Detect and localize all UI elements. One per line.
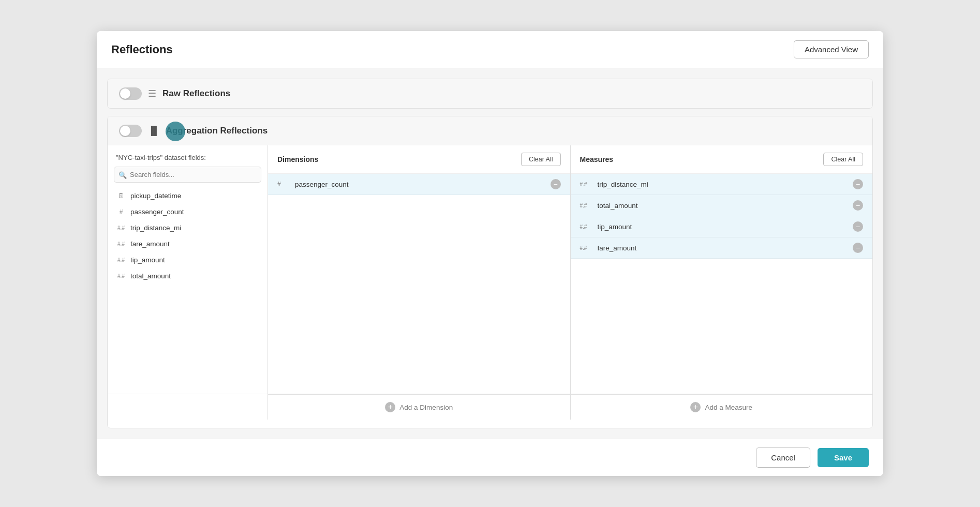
measure-item: #.# tip_amount − bbox=[571, 216, 873, 237]
field-name: pickup_datetime bbox=[130, 192, 181, 200]
cancel-button[interactable]: Cancel bbox=[756, 448, 810, 468]
list-item[interactable]: #.# trip_distance_mi bbox=[108, 220, 268, 236]
dimensions-label: Dimensions bbox=[277, 155, 318, 163]
aggregation-reflections-title: Aggregation Reflections bbox=[166, 126, 268, 136]
field-name: total_amount bbox=[130, 272, 171, 280]
add-measure-icon: + bbox=[690, 402, 701, 412]
raw-reflections-header: ☰ Raw Reflections bbox=[108, 79, 872, 108]
measure-hash-icon: #.# bbox=[580, 203, 592, 208]
fields-panel: "NYC-taxi-trips" dataset fields: 🔍 🗓 pic… bbox=[108, 145, 872, 394]
measure-name: tip_amount bbox=[598, 223, 848, 231]
dataset-add-spacer bbox=[108, 394, 268, 420]
add-measure-row[interactable]: + Add a Measure bbox=[571, 394, 873, 420]
add-dimension-row[interactable]: + Add a Dimension bbox=[268, 394, 571, 420]
dimension-item: # passenger_count − bbox=[268, 174, 570, 195]
raw-reflections-title: Raw Reflections bbox=[162, 88, 230, 99]
advanced-view-button[interactable]: Advanced View bbox=[794, 40, 869, 58]
list-item[interactable]: # passenger_count bbox=[108, 204, 268, 220]
calendar-icon: 🗓 bbox=[116, 192, 126, 200]
list-icon: ☰ bbox=[148, 88, 156, 99]
raw-reflections-section: ☰ Raw Reflections bbox=[107, 79, 873, 109]
dimension-remove-button[interactable]: − bbox=[551, 179, 561, 189]
search-input[interactable] bbox=[114, 167, 261, 183]
add-measure-label: Add a Measure bbox=[705, 404, 752, 411]
field-name: trip_distance_mi bbox=[130, 224, 181, 232]
modal-title: Reflections bbox=[111, 43, 173, 56]
dimensions-clear-all-button[interactable]: Clear All bbox=[521, 153, 561, 166]
reflections-modal: Reflections Advanced View ☰ Raw Reflecti… bbox=[97, 31, 883, 476]
measures-clear-all-button[interactable]: Clear All bbox=[823, 153, 863, 166]
measure-icon: #.# bbox=[116, 225, 126, 231]
aggregation-reflections-section: ▐▌ Aggregation Reflections "NYC-taxi-tri… bbox=[107, 116, 873, 428]
measure-remove-button[interactable]: − bbox=[853, 243, 863, 253]
dataset-label: "NYC-taxi-trips" dataset fields: bbox=[108, 154, 268, 167]
measures-items-list: #.# trip_distance_mi − #.# total_amount … bbox=[571, 174, 873, 394]
dimensions-column: Dimensions Clear All # passenger_count − bbox=[268, 145, 571, 394]
dataset-fields-column: "NYC-taxi-trips" dataset fields: 🔍 🗓 pic… bbox=[108, 145, 268, 394]
measure-name: trip_distance_mi bbox=[598, 181, 848, 188]
dimensions-header: Dimensions Clear All bbox=[268, 145, 570, 174]
add-dimension-icon: + bbox=[385, 402, 395, 412]
integer-icon: # bbox=[116, 208, 126, 216]
measure-remove-button[interactable]: − bbox=[853, 221, 863, 232]
list-item[interactable]: #.# tip_amount bbox=[108, 252, 268, 268]
save-button[interactable]: Save bbox=[818, 448, 869, 467]
measures-header: Measures Clear All bbox=[571, 145, 873, 174]
search-icon: 🔍 bbox=[118, 171, 127, 178]
bar-chart-icon: ▐▌ bbox=[148, 126, 160, 136]
add-dimension-label: Add a Dimension bbox=[399, 404, 453, 411]
measure-icon: #.# bbox=[116, 273, 126, 279]
field-name: tip_amount bbox=[130, 256, 165, 264]
search-box: 🔍 bbox=[114, 167, 261, 183]
dimension-name: passenger_count bbox=[295, 181, 545, 188]
measure-hash-icon: #.# bbox=[580, 224, 592, 230]
raw-reflections-toggle[interactable] bbox=[119, 87, 142, 100]
modal-header: Reflections Advanced View bbox=[97, 31, 883, 68]
measure-remove-button[interactable]: − bbox=[853, 179, 863, 189]
measure-remove-button[interactable]: − bbox=[853, 200, 863, 211]
modal-body: ☰ Raw Reflections ▐▌ Aggregation Reflect… bbox=[97, 68, 883, 439]
measures-label: Measures bbox=[580, 155, 614, 163]
field-list: 🗓 pickup_datetime # passenger_count #.# … bbox=[108, 188, 268, 284]
measure-name: fare_amount bbox=[598, 244, 848, 252]
measure-item: #.# fare_amount − bbox=[571, 237, 873, 259]
measure-hash-icon: #.# bbox=[580, 182, 592, 187]
measures-column: Measures Clear All #.# trip_distance_mi … bbox=[571, 145, 873, 394]
measure-icon: #.# bbox=[116, 241, 126, 247]
aggregation-content: "NYC-taxi-trips" dataset fields: 🔍 🗓 pic… bbox=[108, 145, 872, 420]
aggregation-reflections-toggle[interactable] bbox=[119, 125, 142, 137]
modal-footer: Cancel Save bbox=[97, 439, 883, 476]
list-item[interactable]: #.# total_amount bbox=[108, 268, 268, 284]
measure-icon: #.# bbox=[116, 257, 126, 263]
measure-hash-icon: #.# bbox=[580, 245, 592, 251]
add-row-container: + Add a Dimension + Add a Measure bbox=[108, 394, 872, 420]
dimensions-items-list: # passenger_count − bbox=[268, 174, 570, 394]
field-name: fare_amount bbox=[130, 240, 170, 248]
aggregation-reflections-header: ▐▌ Aggregation Reflections bbox=[108, 116, 872, 145]
hash-icon: # bbox=[277, 181, 290, 188]
list-item[interactable]: #.# fare_amount bbox=[108, 236, 268, 252]
measure-item: #.# trip_distance_mi − bbox=[571, 174, 873, 195]
measure-item: #.# total_amount − bbox=[571, 195, 873, 216]
field-name: passenger_count bbox=[130, 208, 184, 216]
list-item[interactable]: 🗓 pickup_datetime bbox=[108, 188, 268, 204]
measure-name: total_amount bbox=[598, 202, 848, 210]
